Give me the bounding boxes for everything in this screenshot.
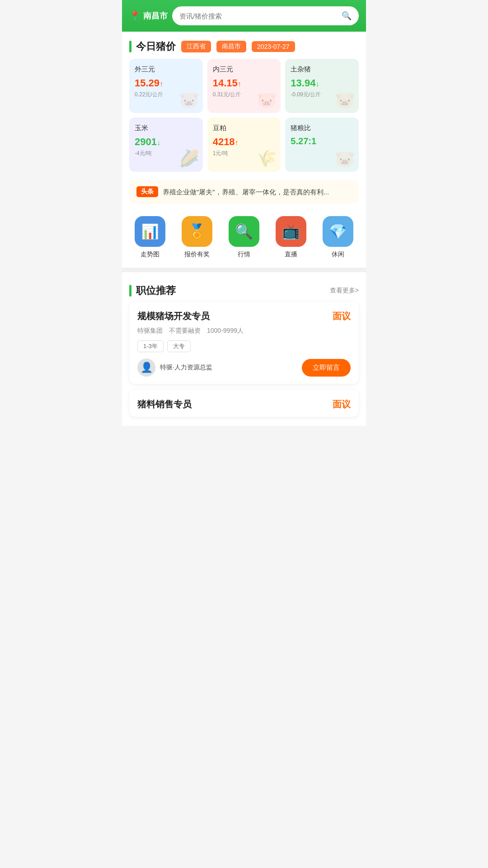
more-jobs-link[interactable]: 查看更多>	[330, 287, 359, 295]
price-card-zhuliangbi[interactable]: 猪粮比 5.27:1 🐷	[285, 118, 359, 172]
doubo-name: 豆粕	[213, 124, 276, 132]
quote-label: 报价有奖	[184, 250, 210, 259]
job-2-title: 猪料销售专员	[137, 398, 192, 410]
section-divider	[122, 268, 366, 272]
job-1-tags: 1-3年 大专	[137, 340, 351, 352]
job-1-tag-exp: 1-3年	[137, 340, 164, 352]
yumi-name: 玉米	[135, 124, 197, 132]
tuzha-pig-icon: 🐷	[335, 90, 355, 109]
search-icon: 🔍	[342, 11, 352, 21]
price-card-neisan[interactable]: 内三元 14.15↑ 0.31元/公斤 🐷	[207, 59, 281, 113]
zhuliangbi-pig-icon: 🐷	[335, 149, 355, 168]
contact-button[interactable]: 立即留言	[302, 359, 351, 377]
tag-date[interactable]: 2023-07-27	[252, 41, 295, 52]
tuzha-name: 土杂猪	[291, 65, 353, 74]
doubo-icon: 🌾	[257, 149, 277, 168]
location-badge[interactable]: 📍 南昌市	[129, 10, 168, 21]
news-banner[interactable]: 头条 养殖企业做"屠夫"，养殖、屠宰一体化，是否真的有利...	[129, 180, 359, 203]
job-1-salary: 面议	[333, 310, 351, 322]
section-title-wrap: 今日猪价	[129, 40, 176, 53]
live-label: 直播	[285, 250, 297, 259]
job-section-title-text: 职位推荐	[136, 284, 176, 297]
section-bar	[129, 41, 131, 52]
job-1-tag-edu: 大专	[167, 340, 191, 352]
tag-jiangxi[interactable]: 江西省	[181, 41, 211, 52]
neisan-pig-icon: 🐷	[257, 90, 277, 109]
header: 📍 南昌市 🔍	[122, 0, 366, 32]
neisan-name: 内三元	[213, 65, 276, 74]
doubo-value: 4218↑	[213, 136, 276, 148]
nav-item-leisure[interactable]: 💎 休闲	[323, 216, 353, 259]
price-card-yumi[interactable]: 玉米 2901↓ -4元/吨 🌽	[129, 118, 203, 172]
waisan-value: 15.29↑	[135, 77, 197, 89]
job-section-bar	[129, 285, 131, 297]
trend-icon: 📊	[135, 216, 165, 247]
leisure-icon: 💎	[323, 216, 353, 247]
pig-price-title: 今日猪价	[136, 40, 176, 53]
nav-item-market[interactable]: 🔍 行情	[229, 216, 259, 259]
recruiter-avatar: 👤	[137, 359, 155, 377]
pig-price-header: 今日猪价 江西省 南昌市 2023-07-27	[122, 32, 366, 59]
tag-nanchang[interactable]: 南昌市	[216, 41, 246, 52]
job-section-title: 职位推荐	[129, 284, 176, 297]
trend-label: 走势图	[141, 250, 160, 259]
search-input[interactable]	[179, 12, 338, 20]
quote-icon: 🏅	[182, 216, 212, 247]
zhuliangbi-name: 猪粮比	[291, 124, 353, 132]
waisan-name: 外三元	[135, 65, 197, 74]
nav-item-trend[interactable]: 📊 走势图	[135, 216, 165, 259]
market-icon: 🔍	[229, 216, 259, 247]
quick-nav: 📊 走势图 🏅 报价有奖 🔍 行情 📺 直播 💎 休闲	[122, 207, 366, 263]
price-card-waisan[interactable]: 外三元 15.29↑ 0.22元/公斤 🐷	[129, 59, 203, 113]
search-bar[interactable]: 🔍	[172, 6, 359, 25]
price-grid: 外三元 15.29↑ 0.22元/公斤 🐷 内三元 14.15↑ 0.31元/公…	[122, 59, 366, 176]
yumi-value: 2901↓	[135, 136, 197, 148]
yumi-icon: 🌽	[179, 149, 199, 168]
leisure-label: 休闲	[332, 250, 344, 259]
zhuliangbi-value: 5.27:1	[291, 136, 353, 146]
live-icon: 📺	[276, 216, 306, 247]
neisan-value: 14.15↑	[213, 77, 276, 89]
job-1-headcount: 1000-9999人	[207, 327, 244, 335]
waisan-pig-icon: 🐷	[179, 90, 199, 109]
job-card-1: 规模猪场开发专员 面议 特驱集团 不需要融资 1000-9999人 1-3年 大…	[129, 302, 359, 384]
news-text: 养殖企业做"屠夫"，养殖、屠宰一体化，是否真的有利...	[163, 187, 329, 197]
job-2-salary: 面议	[333, 398, 351, 410]
price-card-doubo[interactable]: 豆粕 4218↑ 1元/吨 🌾	[207, 118, 281, 172]
recruiter-info: 👤 特驱·人力资源总监	[137, 359, 212, 377]
location-text: 南昌市	[143, 10, 168, 21]
job-1-company: 特驱集团	[137, 327, 163, 335]
market-label: 行情	[238, 250, 250, 259]
price-card-tuzha[interactable]: 土杂猪 13.94↓ -0.09元/公斤 🐷	[285, 59, 359, 113]
job-1-funding: 不需要融资	[169, 327, 201, 335]
nav-item-quote[interactable]: 🏅 报价有奖	[182, 216, 212, 259]
job-2-top: 猪料销售专员 面议	[137, 398, 351, 410]
nav-item-live[interactable]: 📺 直播	[276, 216, 306, 259]
job-1-title: 规模猪场开发专员	[137, 310, 210, 322]
job-card-1-top: 规模猪场开发专员 面议	[137, 310, 351, 322]
job-1-footer: 👤 特驱·人力资源总监 立即留言	[137, 359, 351, 377]
location-icon: 📍	[129, 10, 141, 21]
news-tag: 头条	[136, 186, 158, 197]
job-section-header: 职位推荐 查看更多>	[122, 277, 366, 302]
recruiter-name: 特驱·人力资源总监	[160, 363, 212, 372]
tuzha-value: 13.94↓	[291, 77, 353, 89]
main-content: 今日猪价 江西省 南昌市 2023-07-27 外三元 15.29↑ 0.22元…	[122, 32, 366, 426]
job-card-2: 猪料销售专员 面议	[129, 390, 359, 417]
job-1-meta: 特驱集团 不需要融资 1000-9999人	[137, 327, 351, 335]
